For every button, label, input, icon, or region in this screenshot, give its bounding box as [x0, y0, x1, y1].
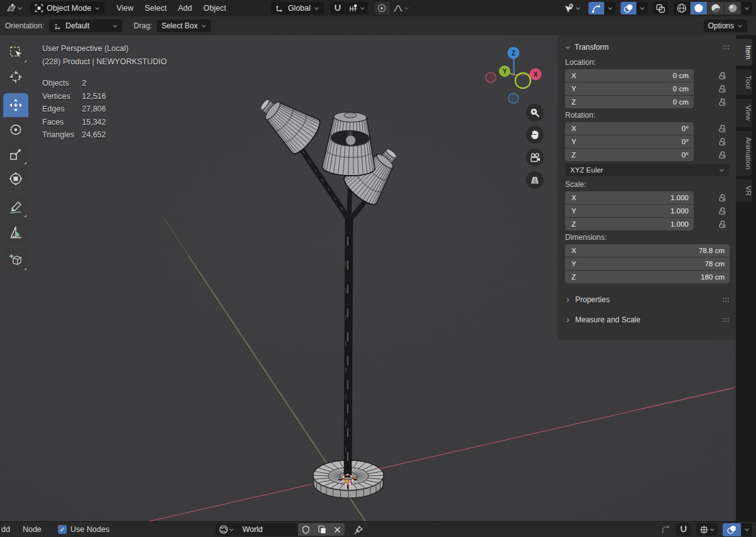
orientation-axes-icon [275, 4, 285, 13]
show-overlays-toggle[interactable] [621, 2, 636, 14]
tool-annotate[interactable] [3, 195, 28, 219]
tab-view[interactable]: View [736, 99, 752, 127]
navigation-gizmo[interactable]: Z Y X [484, 39, 547, 105]
show-gizmo-toggle[interactable] [588, 2, 604, 14]
editor-overlays-settings[interactable] [742, 523, 752, 536]
lock-location-y[interactable] [718, 84, 727, 94]
dimensions-z-field[interactable]: Z180 cm [565, 271, 730, 283]
xray-toggle[interactable] [653, 2, 668, 14]
world-name-field[interactable]: World [238, 525, 298, 534]
rotation-x-field[interactable]: X0° [565, 122, 694, 135]
location-x-field[interactable]: X0 cm [565, 69, 694, 82]
editor-overlays-toggle[interactable] [723, 523, 741, 536]
menu-add[interactable]: Add [173, 4, 198, 13]
mode-selector[interactable]: Object Mode [30, 2, 105, 14]
overlays-settings[interactable] [637, 2, 648, 14]
rotation-mode-dropdown[interactable]: XYZ Euler [565, 164, 730, 176]
lock-rotation-z[interactable] [718, 150, 727, 160]
menu-add-partial[interactable]: dd [1, 525, 10, 534]
world-browse-button[interactable] [215, 523, 238, 536]
pin-button[interactable] [353, 524, 364, 535]
transform-panel-header[interactable]: Transform [565, 40, 730, 54]
scale-y-field[interactable]: Y1.000 [565, 205, 694, 217]
shading-solid-button[interactable] [690, 2, 707, 14]
shading-wireframe-button[interactable] [673, 2, 690, 14]
tool-transform[interactable] [3, 167, 28, 191]
unlink-button[interactable] [330, 523, 345, 536]
lock-location-z[interactable] [718, 98, 727, 107]
axis-label: Z [571, 151, 576, 159]
tab-animation[interactable]: Animation [736, 131, 752, 176]
panel-grip-icon[interactable] [722, 317, 730, 323]
menu-node[interactable]: Node [23, 525, 42, 534]
location-z-field[interactable]: Z0 cm [565, 96, 694, 108]
lock-rotation-y[interactable] [718, 137, 727, 147]
editor-snap-settings[interactable] [696, 523, 718, 536]
chevron-down-icon [94, 6, 100, 11]
orientation-default-dropdown[interactable]: Default [49, 20, 122, 32]
perspective-toggle-button[interactable] [526, 171, 544, 189]
lamp-object[interactable] [250, 86, 409, 498]
tool-rotate[interactable] [3, 118, 28, 142]
tool-cursor[interactable] [3, 65, 28, 89]
tab-vr[interactable]: VR [736, 179, 752, 202]
dimensions-x-field[interactable]: X78.8 cm [565, 244, 730, 257]
lock-open-icon [718, 220, 727, 229]
tool-select-box[interactable] [3, 40, 28, 64]
panel-grip-icon[interactable] [722, 45, 730, 50]
lock-scale-z[interactable] [718, 220, 727, 229]
gizmo-settings[interactable] [605, 2, 616, 14]
lock-rotation-x[interactable] [718, 124, 727, 133]
gizmo-axis-x-neg[interactable] [486, 72, 496, 82]
shading-material-button[interactable] [707, 2, 724, 14]
proportional-falloff[interactable] [390, 2, 412, 14]
axis-label: Y [571, 85, 576, 93]
shading-rendered-button[interactable] [724, 2, 741, 14]
dimensions-y-field[interactable]: Y78 cm [565, 257, 730, 270]
menu-select[interactable]: Select [139, 4, 173, 13]
tab-item[interactable]: Item [736, 39, 752, 65]
pan-button[interactable] [526, 126, 544, 144]
move-icon [8, 98, 23, 113]
tool-add-primitive[interactable] [3, 248, 28, 272]
new-datablock-button[interactable] [314, 523, 330, 536]
tool-measure[interactable] [3, 220, 28, 244]
gizmo-axis-y-neg[interactable] [515, 73, 530, 88]
properties-panel-header[interactable]: Properties [565, 291, 730, 308]
zoom-button[interactable] [526, 104, 544, 122]
snap-settings[interactable] [346, 2, 368, 14]
object-visibility-dropdown[interactable] [561, 2, 583, 14]
options-dropdown[interactable]: Options [704, 20, 747, 32]
scale-z-field[interactable]: Z1.000 [565, 218, 694, 230]
camera-view-button[interactable] [526, 149, 544, 166]
rotation-y-field[interactable]: Y0° [565, 135, 694, 148]
lock-scale-y[interactable] [718, 206, 727, 216]
drag-mode-dropdown[interactable]: Select Box [157, 20, 210, 32]
scale-x-field[interactable]: X1.000 [565, 191, 694, 204]
tab-tool[interactable]: Tool [736, 69, 752, 95]
lock-location-x[interactable] [718, 71, 727, 81]
tool-settings-bar: Orientation: Default Drag: Select Box Op… [0, 16, 756, 35]
menu-view[interactable]: View [111, 4, 139, 13]
gizmo-axis-z-neg[interactable] [508, 93, 518, 103]
lock-scale-x[interactable] [718, 193, 727, 203]
use-nodes-checkbox[interactable]: ✓ [58, 525, 67, 534]
proportional-editing-toggle[interactable] [374, 2, 389, 14]
measure-scale-panel-header[interactable]: Measure and Scale [565, 311, 730, 329]
rotation-z-field[interactable]: Z0° [565, 149, 694, 161]
fake-user-button[interactable] [298, 523, 314, 536]
editor-snap-toggle[interactable] [676, 523, 691, 536]
axis-label: Z [571, 220, 576, 228]
tool-scale[interactable] [3, 142, 28, 166]
editor-type-button[interactable] [4, 2, 25, 14]
use-nodes-toggle[interactable]: ✓ Use Nodes [58, 525, 110, 534]
panel-grip-icon[interactable] [722, 297, 730, 303]
location-y-field[interactable]: Y0 cm [565, 82, 694, 95]
tool-move[interactable] [3, 93, 28, 117]
menu-object[interactable]: Object [198, 4, 232, 13]
blender-window: Object Mode View Select Add Object Globa… [0, 0, 756, 537]
viewport-3d[interactable]: User Perspective (Local) (228) Product |… [0, 35, 756, 521]
snap-toggle[interactable] [330, 2, 345, 14]
shading-settings[interactable] [742, 2, 752, 14]
transform-orientation-dropdown[interactable]: Global [271, 2, 324, 14]
